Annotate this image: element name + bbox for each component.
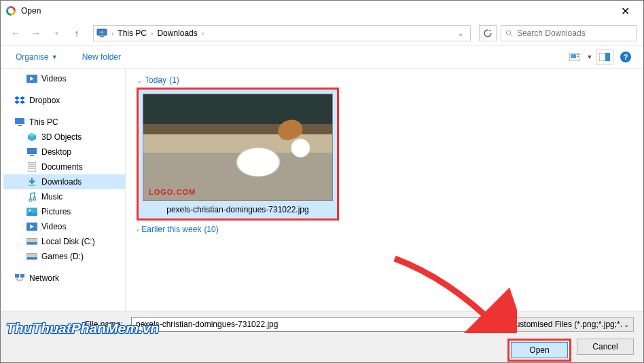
pictures-icon <box>26 207 37 216</box>
annotation-box: Open <box>507 339 571 362</box>
downloads-icon <box>26 177 37 187</box>
search-input[interactable] <box>501 25 637 41</box>
thumbnail-watermark: LOGO.COM <box>149 188 196 196</box>
group-count: (10) <box>204 225 218 234</box>
sidebar-item-label: 3D Objects <box>41 132 82 142</box>
help-button[interactable]: ? <box>620 52 631 62</box>
group-label: Earlier this week <box>141 225 201 234</box>
disk-icon <box>26 237 37 246</box>
sidebar-item-local-disk-c[interactable]: Local Disk (C:) <box>3 234 125 249</box>
forward-button: → <box>28 25 44 41</box>
svg-rect-26 <box>27 257 37 259</box>
sidebar-item-label: Desktop <box>41 147 71 157</box>
sidebar-item-label: Games (D:) <box>41 252 84 261</box>
chevron-down-icon[interactable]: ⌄ <box>485 321 490 328</box>
sidebar-item-desktop[interactable]: Desktop <box>3 145 125 159</box>
breadcrumb-expand[interactable]: ⌄ <box>454 30 467 37</box>
svg-rect-6 <box>577 54 579 55</box>
chevron-down-icon: ▼ <box>52 54 58 60</box>
network-icon <box>14 273 25 283</box>
organise-menu[interactable]: Organise▼ <box>13 50 60 64</box>
svg-rect-7 <box>577 56 579 57</box>
group-count: (1) <box>169 75 179 85</box>
sidebar: Videos Dropbox This PC 3D Objects Deskto… <box>1 69 126 313</box>
thumbnail-image: LOGO.COM <box>143 94 333 201</box>
sidebar-item-label: Local Disk (C:) <box>41 237 95 246</box>
svg-line-3 <box>510 35 512 37</box>
pc-icon <box>14 117 25 127</box>
open-button[interactable]: Open <box>511 342 568 358</box>
sidebar-item-label: This PC <box>29 117 58 127</box>
sidebar-item-pictures[interactable]: Pictures <box>3 204 125 219</box>
toolbar: Organise▼ New folder ▼ ? <box>1 45 643 69</box>
view-dropdown[interactable]: ▼ <box>585 50 594 64</box>
refresh-button[interactable] <box>479 25 497 41</box>
group-label: Today <box>145 75 166 85</box>
chevron-right-icon: › <box>137 226 139 233</box>
close-button[interactable]: ✕ <box>613 2 638 20</box>
search-field[interactable] <box>517 28 632 38</box>
svg-rect-24 <box>27 242 37 244</box>
file-type-filter[interactable]: Customised Files (*.png;*.jpg;*. ⌄ <box>505 317 634 332</box>
svg-rect-28 <box>20 274 24 278</box>
svg-rect-19 <box>29 185 35 186</box>
window-title: Open <box>21 6 41 16</box>
file-name-label: File name: <box>10 320 126 329</box>
sidebar-item-3d-objects[interactable]: 3D Objects <box>3 130 125 145</box>
dropbox-icon <box>14 96 25 105</box>
sidebar-item-this-pc[interactable]: This PC <box>3 115 125 130</box>
file-list: ⌄ Today (1) LOGO.COM pexels-christian-do… <box>126 69 643 313</box>
sidebar-item-downloads[interactable]: Downloads <box>3 174 125 189</box>
cancel-button[interactable]: Cancel <box>577 339 634 355</box>
svg-rect-11 <box>15 118 24 124</box>
svg-point-21 <box>29 210 31 212</box>
videos-icon <box>26 222 37 231</box>
breadcrumb-root[interactable]: This PC <box>116 28 148 38</box>
titlebar: Open ✕ <box>1 1 643 21</box>
pc-icon <box>96 28 107 39</box>
filter-label: Customised Files (*.png;*.jpg;*. <box>509 320 622 329</box>
sidebar-item-games-d[interactable]: Games (D:) <box>3 249 125 264</box>
footer: File name: ⌄ Customised Files (*.png;*.j… <box>1 311 643 362</box>
chevron-right-icon: › <box>110 30 115 37</box>
sidebar-item-label: Videos <box>41 222 66 231</box>
preview-pane-button[interactable] <box>596 50 613 64</box>
file-thumbnail[interactable]: LOGO.COM pexels-christian-domingues-7310… <box>139 90 337 218</box>
sidebar-item-documents[interactable]: Documents <box>3 159 125 174</box>
svg-rect-12 <box>18 125 22 126</box>
svg-rect-5 <box>571 54 576 58</box>
chevron-down-icon: ⌄ <box>137 77 142 84</box>
svg-rect-1 <box>100 36 104 37</box>
sidebar-item-network[interactable]: Network <box>3 271 125 286</box>
file-name-input[interactable]: ⌄ <box>131 317 495 332</box>
disk-icon <box>26 252 37 261</box>
sidebar-item-label: Network <box>29 273 59 283</box>
view-thumbnails-button[interactable] <box>566 50 584 64</box>
sidebar-item-videos[interactable]: Videos <box>3 71 125 86</box>
sidebar-item-dropbox[interactable]: Dropbox <box>3 93 125 108</box>
group-today[interactable]: ⌄ Today (1) <box>137 75 637 85</box>
breadcrumb[interactable]: › This PC › Downloads › ⌄ <box>93 25 471 41</box>
svg-rect-9 <box>605 53 610 61</box>
group-earlier[interactable]: › Earlier this week (10) <box>137 225 637 234</box>
sidebar-item-videos-2[interactable]: Videos <box>3 219 125 234</box>
thumbnail-caption: pexels-christian-domingues-731022.jpg <box>143 201 333 214</box>
sidebar-item-music[interactable]: Music <box>3 189 125 204</box>
sidebar-item-label: Downloads <box>41 177 82 187</box>
search-icon <box>505 29 513 37</box>
up-button[interactable]: ↑ <box>69 25 85 41</box>
file-name-field[interactable] <box>136 320 485 329</box>
new-folder-button[interactable]: New folder <box>79 50 124 64</box>
desktop-icon <box>26 147 37 157</box>
documents-icon <box>26 162 37 172</box>
sidebar-item-label: Pictures <box>41 207 71 216</box>
videos-icon <box>26 74 37 83</box>
sidebar-item-label: Music <box>41 192 62 202</box>
svg-rect-15 <box>28 162 36 172</box>
annotation-box: LOGO.COM pexels-christian-domingues-7310… <box>137 88 339 221</box>
sidebar-item-label: Documents <box>41 162 83 172</box>
recent-dropdown[interactable]: ▾ <box>48 25 65 41</box>
breadcrumb-folder[interactable]: Downloads <box>156 28 198 38</box>
svg-rect-14 <box>30 155 34 156</box>
back-button[interactable]: ← <box>7 25 24 41</box>
